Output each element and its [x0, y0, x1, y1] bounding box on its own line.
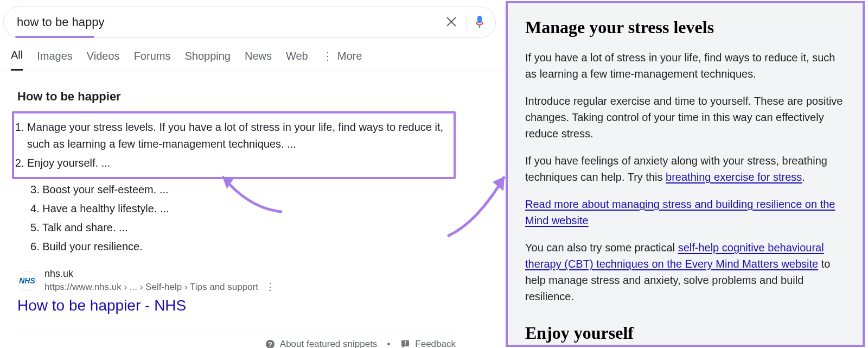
tab-all[interactable]: All [11, 49, 23, 71]
article-paragraph: If you have feelings of anxiety along wi… [525, 153, 845, 185]
tab-forums[interactable]: Forums [134, 50, 171, 70]
highlight-annotation-box: Manage your stress levels. If you have a… [12, 111, 456, 179]
article-content: Manage your stress levels If you have a … [525, 17, 845, 347]
list-item: Talk and share. ... [30, 219, 456, 236]
divider [17, 331, 456, 331]
feedback-icon: ! [400, 339, 415, 348]
source-url: https://www.nhs.uk › ... › Self-help › T… [44, 281, 275, 293]
breathing-exercise-link[interactable]: breathing exercise for stress [666, 171, 802, 183]
snippet-title: How to be happier [17, 90, 456, 104]
result-menu-icon[interactable]: ⋮ [265, 281, 275, 292]
list-item: Build your resilience. [30, 238, 456, 255]
tab-shopping[interactable]: Shopping [184, 50, 231, 70]
list-item: Enjoy yourself. ... [27, 155, 446, 172]
article-heading: Manage your stress levels [525, 17, 845, 37]
svg-text:!: ! [404, 340, 406, 346]
tab-images[interactable]: Images [37, 50, 73, 70]
mind-website-link[interactable]: Read more about managing stress and buil… [525, 198, 835, 226]
article-paragraph: If you have a lot of stress in your life… [525, 49, 845, 82]
search-input[interactable] [15, 15, 436, 29]
list-item: Have a healthy lifestyle. ... [30, 200, 456, 217]
clear-icon[interactable] [436, 14, 467, 31]
snippet-footer: ? About featured snippets • ! Feedback [17, 339, 456, 348]
list-item: Boost your self-esteem. ... [30, 181, 456, 198]
tab-videos[interactable]: Videos [87, 50, 120, 70]
tab-more[interactable]: ⋮More [322, 49, 362, 70]
svg-text:?: ? [268, 340, 272, 348]
about-snippets-link[interactable]: ? About featured snippets [265, 339, 378, 348]
divider [467, 14, 467, 30]
tab-web[interactable]: Web [286, 50, 308, 70]
help-icon: ? [265, 339, 280, 348]
tab-news[interactable]: News [245, 50, 272, 70]
article-paragraph: You can also try some practical self-hel… [525, 239, 845, 305]
result-title-link[interactable]: How to be happier - NHS [17, 297, 456, 314]
article-heading: Enjoy yourself [525, 323, 845, 343]
list-item: Manage your stress levels. If you have a… [27, 119, 446, 153]
mic-icon[interactable] [475, 15, 484, 30]
result-source: NHS nhs.uk https://www.nhs.uk › ... › Se… [17, 268, 456, 293]
source-site: nhs.uk [44, 268, 275, 280]
tabs-bar: All Images Videos Forums Shopping News W… [0, 38, 505, 71]
featured-snippet: How to be happier Manage your stress lev… [0, 71, 467, 348]
favicon-icon: NHS [17, 271, 37, 290]
search-bar [3, 7, 496, 38]
feedback-link[interactable]: ! Feedback [400, 339, 456, 348]
snippet-list-highlighted: Manage your stress levels. If you have a… [14, 119, 446, 172]
article-paragraph: Read more about managing stress and buil… [525, 196, 845, 229]
snippet-list-rest: Boost your self-esteem. ... Have a healt… [17, 181, 456, 255]
separator: • [387, 339, 390, 348]
article-paragraph: Introduce regular exercise and time to y… [525, 93, 845, 142]
svg-rect-2 [477, 16, 482, 23]
